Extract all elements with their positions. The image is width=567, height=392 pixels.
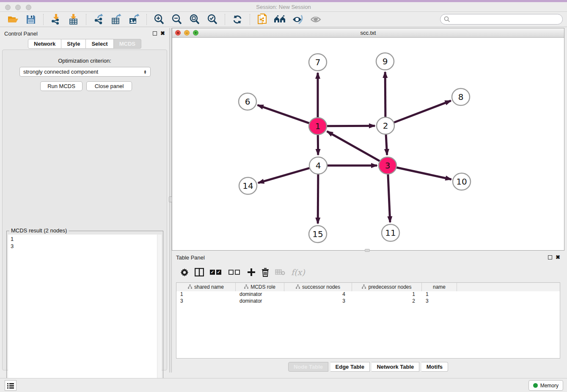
run-mcds-button[interactable]: Run MCDS	[40, 81, 83, 91]
column-label: predecessor nodes	[368, 284, 411, 290]
zoom-in-icon[interactable]	[152, 13, 166, 26]
table-cell[interactable]: 3	[176, 298, 236, 305]
table-cell[interactable]: dominator	[236, 291, 284, 298]
unselect-all-columns-icon[interactable]	[228, 270, 241, 275]
zoom-selected-icon[interactable]	[205, 13, 220, 26]
table-settings-gear-icon[interactable]	[180, 268, 189, 276]
tab-edge-table[interactable]: Edge Table	[330, 362, 370, 372]
select-all-columns-icon[interactable]: ✓✓	[210, 270, 223, 275]
table-cell[interactable]: 2	[352, 298, 422, 305]
zoom-fit-icon[interactable]	[187, 13, 202, 26]
close-table-panel-icon[interactable]: ✖	[556, 255, 560, 259]
optimization-criterion-select[interactable]: strongly connected component ▲▼	[19, 67, 151, 77]
control-panel-title: Control Panel	[4, 30, 38, 37]
result-scrollbar[interactable]	[157, 235, 162, 389]
table-header-row: shared nameMCDS rolesuccessor nodesprede…	[176, 283, 560, 291]
network-canvas[interactable]: 7968124314101511	[172, 38, 564, 250]
tab-motifs[interactable]: Motifs	[421, 362, 448, 372]
graph-edge-3-10[interactable]	[396, 167, 451, 179]
clone-network-icon[interactable]	[255, 13, 270, 26]
table-panel: Table Panel ✖ ✓✓ f(x) shared nameMCDS r	[172, 252, 564, 377]
delete-column-icon[interactable]	[261, 268, 269, 277]
graph-edge-1-6[interactable]	[258, 105, 310, 123]
table-cell[interactable]: dominator	[236, 298, 284, 305]
table-tabs: Node Table Edge Table Network Table Moti…	[172, 362, 564, 372]
graph-edge-4-15[interactable]	[318, 174, 318, 224]
table-toolbar: ✓✓ f(x)	[176, 264, 560, 281]
task-history-button[interactable]	[5, 380, 17, 391]
graph-edge-1-4[interactable]	[318, 135, 318, 155]
table-panel-title: Table Panel	[176, 254, 205, 261]
hierarchy-icon	[362, 284, 366, 290]
column-header-name[interactable]: name	[422, 283, 457, 291]
column-label: MCDS role	[250, 284, 275, 290]
search-input[interactable]	[440, 14, 563, 25]
selected-criterion: strongly connected component	[23, 69, 98, 75]
column-header-MCDS-role[interactable]: MCDS role	[236, 283, 284, 291]
graph-edge-3-11[interactable]	[388, 174, 390, 222]
graph-node-label-6: 6	[245, 97, 250, 107]
control-panel-tabstrip: Network Style Select MCDS	[0, 39, 169, 49]
zoom-out-icon[interactable]	[170, 13, 184, 26]
tab-network[interactable]: Network	[28, 39, 61, 49]
table-cell[interactable]: 4	[284, 291, 352, 298]
table-cell[interactable]: 3	[284, 298, 352, 305]
window-title: Session: New Session	[0, 4, 567, 10]
function-builder-icon-disabled: f(x)	[291, 268, 305, 277]
tab-mcds[interactable]: MCDS	[114, 39, 141, 49]
search-icon	[444, 16, 450, 24]
table-row[interactable]: 1dominator411	[176, 291, 560, 298]
network-window-title: scc.txt	[172, 28, 564, 37]
graph-edge-1-2[interactable]	[327, 126, 375, 126]
close-panel-icon[interactable]: ✖	[160, 31, 165, 36]
table-cell[interactable]: 1	[422, 291, 457, 298]
mcds-result-text[interactable]: 1 3	[8, 235, 162, 389]
column-header-predecessor-nodes[interactable]: predecessor nodes	[352, 283, 422, 291]
window-titlebar: Session: New Session	[0, 2, 567, 12]
open-session-icon[interactable]	[6, 13, 20, 26]
tab-select[interactable]: Select	[86, 39, 113, 49]
hierarchy-icon	[188, 284, 192, 290]
network-window-titlebar[interactable]: ✕ − + scc.txt	[172, 28, 564, 38]
graph-node-label-3: 3	[385, 160, 391, 171]
toolbar-separator	[146, 14, 147, 25]
export-table-icon[interactable]	[109, 13, 124, 26]
memory-label: Memory	[540, 383, 559, 389]
show-all-icon[interactable]	[308, 13, 323, 26]
tab-node-table[interactable]: Node Table	[288, 362, 328, 372]
close-panel-button[interactable]: Close panel	[86, 81, 132, 91]
import-table-icon[interactable]	[66, 13, 81, 26]
import-network-icon[interactable]	[49, 13, 63, 26]
tab-network-table[interactable]: Network Table	[372, 362, 419, 372]
graph-edge-3-1[interactable]	[327, 131, 380, 161]
column-header-successor-nodes[interactable]: successor nodes	[284, 283, 352, 291]
tab-style[interactable]: Style	[61, 39, 86, 49]
table-cell[interactable]: 1	[176, 291, 236, 298]
first-neighbors-icon[interactable]	[273, 13, 287, 26]
table-cell[interactable]: 3	[422, 298, 457, 305]
graph-edge-2-3[interactable]	[386, 135, 387, 155]
graph-edge-2-9[interactable]	[385, 72, 385, 117]
memory-button[interactable]: Memory	[528, 380, 563, 391]
float-table-panel-icon[interactable]	[548, 255, 552, 259]
graph-node-label-11: 11	[385, 228, 396, 238]
table-cell[interactable]: 1	[352, 291, 422, 298]
graph-node-label-7: 7	[315, 57, 321, 67]
horizontal-splitter-handle[interactable]	[365, 249, 370, 252]
refresh-layout-icon[interactable]	[230, 13, 245, 26]
show-column-panel-icon[interactable]	[195, 268, 204, 276]
network-maximize-icon[interactable]: +	[193, 30, 198, 36]
create-column-icon[interactable]	[247, 268, 256, 276]
float-panel-icon[interactable]	[153, 31, 157, 36]
graph-edge-2-8[interactable]	[394, 101, 451, 123]
export-network-icon[interactable]	[91, 13, 106, 26]
hide-selected-icon[interactable]	[291, 13, 305, 26]
network-close-icon[interactable]: ✕	[175, 30, 181, 36]
export-image-icon[interactable]	[127, 13, 141, 26]
save-session-icon[interactable]	[24, 13, 38, 26]
graph-edge-4-14[interactable]	[258, 168, 310, 183]
network-minimize-icon[interactable]: −	[184, 30, 190, 36]
column-header-shared-name[interactable]: shared name	[176, 283, 236, 291]
unchecked-box-icon	[235, 270, 240, 275]
table-row[interactable]: 3dominator323	[176, 298, 560, 305]
